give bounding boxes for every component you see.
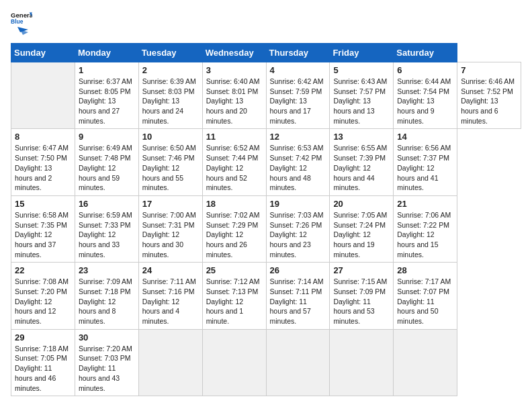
calendar-cell: 11Sunrise: 6:52 AMSunset: 7:44 PMDayligh… bbox=[202, 129, 266, 195]
cell-info: Sunrise: 6:40 AMSunset: 8:01 PMDaylight:… bbox=[206, 77, 260, 125]
calendar-cell: 17Sunrise: 7:00 AMSunset: 7:31 PMDayligh… bbox=[138, 195, 202, 262]
day-number: 2 bbox=[142, 65, 199, 75]
calendar-cell: 9Sunrise: 6:49 AMSunset: 7:48 PMDaylight… bbox=[75, 129, 138, 195]
calendar-cell: 12Sunrise: 6:53 AMSunset: 7:42 PMDayligh… bbox=[266, 129, 330, 195]
cell-info: Sunrise: 7:09 AMSunset: 7:18 PMDaylight:… bbox=[79, 277, 132, 325]
cell-info: Sunrise: 7:15 AMSunset: 7:09 PMDaylight:… bbox=[333, 277, 387, 325]
cell-info: Sunrise: 7:11 AMSunset: 7:16 PMDaylight:… bbox=[142, 277, 196, 325]
calendar-cell: 19Sunrise: 7:03 AMSunset: 7:26 PMDayligh… bbox=[266, 195, 330, 262]
calendar-cell: 26Sunrise: 7:14 AMSunset: 7:11 PMDayligh… bbox=[266, 263, 330, 329]
svg-text:Blue: Blue bbox=[11, 18, 24, 24]
cell-info: Sunrise: 6:52 AMSunset: 7:44 PMDaylight:… bbox=[206, 144, 260, 191]
cell-info: Sunrise: 7:03 AMSunset: 7:26 PMDaylight:… bbox=[270, 211, 324, 259]
calendar-cell bbox=[394, 329, 457, 396]
cell-info: Sunrise: 7:20 AMSunset: 7:03 PMDaylight:… bbox=[79, 345, 132, 392]
day-number: 25 bbox=[206, 265, 263, 275]
calendar-cell bbox=[11, 62, 75, 129]
cell-info: Sunrise: 6:50 AMSunset: 7:46 PMDaylight:… bbox=[142, 144, 196, 191]
calendar-week-1: 1Sunrise: 6:37 AMSunset: 8:05 PMDaylight… bbox=[11, 62, 521, 129]
calendar-cell: 8Sunrise: 6:47 AMSunset: 7:50 PMDaylight… bbox=[11, 129, 75, 195]
calendar-week-2: 8Sunrise: 6:47 AMSunset: 7:50 PMDaylight… bbox=[11, 129, 521, 195]
calendar-cell bbox=[330, 329, 394, 396]
calendar-cell: 3Sunrise: 6:40 AMSunset: 8:01 PMDaylight… bbox=[202, 62, 266, 129]
calendar-cell bbox=[202, 329, 266, 396]
calendar-cell: 14Sunrise: 6:56 AMSunset: 7:37 PMDayligh… bbox=[394, 129, 457, 195]
cell-info: Sunrise: 6:49 AMSunset: 7:48 PMDaylight:… bbox=[79, 144, 132, 191]
calendar-cell: 18Sunrise: 7:02 AMSunset: 7:29 PMDayligh… bbox=[202, 195, 266, 262]
day-number: 19 bbox=[270, 199, 326, 209]
calendar-table: SundayMondayTuesdayWednesdayThursdayFrid… bbox=[11, 43, 521, 396]
cell-info: Sunrise: 7:14 AMSunset: 7:11 PMDaylight:… bbox=[270, 277, 324, 325]
cell-info: Sunrise: 6:59 AMSunset: 7:33 PMDaylight:… bbox=[79, 211, 132, 259]
calendar-cell: 29Sunrise: 7:18 AMSunset: 7:05 PMDayligh… bbox=[11, 329, 75, 396]
cell-info: Sunrise: 6:46 AMSunset: 7:52 PMDaylight:… bbox=[461, 77, 515, 125]
calendar-cell: 1Sunrise: 6:37 AMSunset: 8:05 PMDaylight… bbox=[75, 62, 138, 129]
cell-info: Sunrise: 7:02 AMSunset: 7:29 PMDaylight:… bbox=[206, 211, 260, 259]
calendar-cell: 7Sunrise: 6:46 AMSunset: 7:52 PMDaylight… bbox=[457, 62, 521, 129]
cell-info: Sunrise: 6:53 AMSunset: 7:42 PMDaylight:… bbox=[270, 144, 324, 191]
day-header-sunday: Sunday bbox=[11, 44, 75, 62]
day-number: 12 bbox=[270, 132, 326, 142]
calendar-cell: 27Sunrise: 7:15 AMSunset: 7:09 PMDayligh… bbox=[330, 263, 394, 329]
cell-info: Sunrise: 6:44 AMSunset: 7:54 PMDaylight:… bbox=[397, 77, 451, 125]
calendar-cell: 20Sunrise: 7:05 AMSunset: 7:24 PMDayligh… bbox=[330, 195, 394, 262]
calendar-cell: 2Sunrise: 6:39 AMSunset: 8:03 PMDaylight… bbox=[138, 62, 202, 129]
day-number: 6 bbox=[397, 65, 453, 75]
calendar-cell: 5Sunrise: 6:43 AMSunset: 7:57 PMDaylight… bbox=[330, 62, 394, 129]
cell-info: Sunrise: 7:12 AMSunset: 7:13 PMDaylight:… bbox=[206, 277, 260, 325]
cell-info: Sunrise: 6:58 AMSunset: 7:35 PMDaylight:… bbox=[15, 211, 69, 259]
cell-info: Sunrise: 7:06 AMSunset: 7:22 PMDaylight:… bbox=[397, 211, 451, 259]
cell-info: Sunrise: 6:39 AMSunset: 8:03 PMDaylight:… bbox=[142, 77, 196, 125]
day-number: 30 bbox=[79, 332, 135, 342]
calendar-week-5: 29Sunrise: 7:18 AMSunset: 7:05 PMDayligh… bbox=[11, 329, 521, 396]
day-number: 13 bbox=[333, 132, 390, 142]
calendar-cell: 15Sunrise: 6:58 AMSunset: 7:35 PMDayligh… bbox=[11, 195, 75, 262]
calendar-cell bbox=[266, 329, 330, 396]
day-number: 29 bbox=[15, 332, 71, 342]
day-number: 28 bbox=[397, 265, 453, 275]
cell-info: Sunrise: 6:56 AMSunset: 7:37 PMDaylight:… bbox=[397, 144, 451, 191]
day-number: 21 bbox=[397, 199, 453, 209]
cell-info: Sunrise: 6:43 AMSunset: 7:57 PMDaylight:… bbox=[333, 77, 387, 125]
cell-info: Sunrise: 7:00 AMSunset: 7:31 PMDaylight:… bbox=[142, 211, 196, 259]
day-number: 8 bbox=[15, 132, 71, 142]
calendar-cell: 10Sunrise: 6:50 AMSunset: 7:46 PMDayligh… bbox=[138, 129, 202, 195]
header: General Blue bbox=[11, 11, 521, 38]
day-header-tuesday: Tuesday bbox=[138, 44, 202, 62]
day-number: 24 bbox=[142, 265, 199, 275]
day-number: 27 bbox=[333, 265, 390, 275]
day-number: 1 bbox=[79, 65, 135, 75]
cell-info: Sunrise: 7:17 AMSunset: 7:07 PMDaylight:… bbox=[397, 277, 451, 325]
day-number: 20 bbox=[333, 199, 390, 209]
day-number: 22 bbox=[15, 265, 71, 275]
day-header-thursday: Thursday bbox=[266, 44, 330, 62]
calendar-cell: 4Sunrise: 6:42 AMSunset: 7:59 PMDaylight… bbox=[266, 62, 330, 129]
day-header-monday: Monday bbox=[75, 44, 138, 62]
cell-info: Sunrise: 7:08 AMSunset: 7:20 PMDaylight:… bbox=[15, 277, 69, 325]
calendar-cell: 22Sunrise: 7:08 AMSunset: 7:20 PMDayligh… bbox=[11, 263, 75, 329]
logo-icon: General Blue bbox=[11, 11, 32, 24]
calendar-cell: 13Sunrise: 6:55 AMSunset: 7:39 PMDayligh… bbox=[330, 129, 394, 195]
calendar-cell: 30Sunrise: 7:20 AMSunset: 7:03 PMDayligh… bbox=[75, 329, 138, 396]
day-number: 3 bbox=[206, 65, 263, 75]
day-number: 9 bbox=[79, 132, 135, 142]
cell-info: Sunrise: 6:55 AMSunset: 7:39 PMDaylight:… bbox=[333, 144, 387, 191]
calendar-cell: 21Sunrise: 7:06 AMSunset: 7:22 PMDayligh… bbox=[394, 195, 457, 262]
calendar-cell: 25Sunrise: 7:12 AMSunset: 7:13 PMDayligh… bbox=[202, 263, 266, 329]
day-number: 17 bbox=[142, 199, 199, 209]
day-number: 5 bbox=[333, 65, 390, 75]
cell-info: Sunrise: 7:05 AMSunset: 7:24 PMDaylight:… bbox=[333, 211, 387, 259]
day-number: 10 bbox=[142, 132, 199, 142]
day-number: 18 bbox=[206, 199, 263, 209]
header-row: SundayMondayTuesdayWednesdayThursdayFrid… bbox=[11, 44, 521, 62]
day-number: 4 bbox=[270, 65, 326, 75]
calendar-cell: 24Sunrise: 7:11 AMSunset: 7:16 PMDayligh… bbox=[138, 263, 202, 329]
day-number: 11 bbox=[206, 132, 263, 142]
logo-bird-icon bbox=[12, 26, 28, 38]
day-header-wednesday: Wednesday bbox=[202, 44, 266, 62]
cell-info: Sunrise: 6:42 AMSunset: 7:59 PMDaylight:… bbox=[270, 77, 324, 125]
day-header-friday: Friday bbox=[330, 44, 394, 62]
day-number: 7 bbox=[461, 65, 517, 75]
day-number: 23 bbox=[79, 265, 135, 275]
day-number: 14 bbox=[397, 132, 453, 142]
